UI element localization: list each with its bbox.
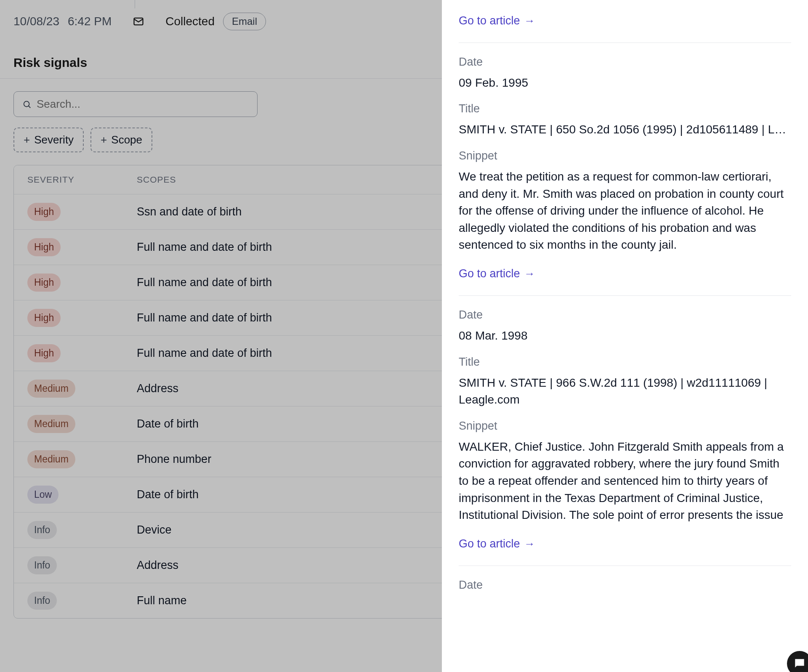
svg-rect-3 (797, 663, 800, 664)
arrow-right-icon: → (524, 267, 535, 280)
article-snippet: We treat the petition as a request for c… (459, 168, 791, 254)
field-label-date: Date (459, 56, 791, 69)
go-to-article-link[interactable]: Go to article → (459, 267, 535, 280)
svg-rect-2 (797, 661, 802, 662)
article-title: SMITH v. STATE | 966 S.W.2d 111 (1998) |… (459, 375, 791, 409)
arrow-right-icon: → (524, 14, 535, 27)
chat-icon (793, 657, 806, 670)
article-block: Date 08 Mar. 1998 Title SMITH v. STATE |… (459, 296, 791, 566)
go-to-article-link[interactable]: Go to article → (459, 537, 535, 550)
go-to-article-link[interactable]: Go to article → (459, 14, 535, 27)
article-snippet: WALKER, Chief Justice. John Fitzgerald S… (459, 438, 791, 524)
article-block: guilty to charges of financial identity … (459, 0, 791, 43)
article-block: Date (459, 566, 791, 610)
field-label-title: Title (459, 356, 791, 369)
field-label-snippet: Snippet (459, 420, 791, 433)
field-label-title: Title (459, 102, 791, 115)
field-label-date: Date (459, 579, 791, 592)
article-date: 08 Mar. 1998 (459, 327, 791, 345)
field-label-snippet: Snippet (459, 149, 791, 162)
article-side-panel: guilty to charges of financial identity … (442, 0, 808, 672)
field-label-date: Date (459, 308, 791, 321)
article-block: Date 09 Feb. 1995 Title SMITH v. STATE |… (459, 43, 791, 296)
article-title: SMITH v. STATE | 650 So.2d 1056 (1995) |… (459, 121, 791, 138)
article-date: 09 Feb. 1995 (459, 74, 791, 92)
arrow-right-icon: → (524, 537, 535, 550)
article-snippet: guilty to charges of financial identity … (459, 0, 791, 1)
